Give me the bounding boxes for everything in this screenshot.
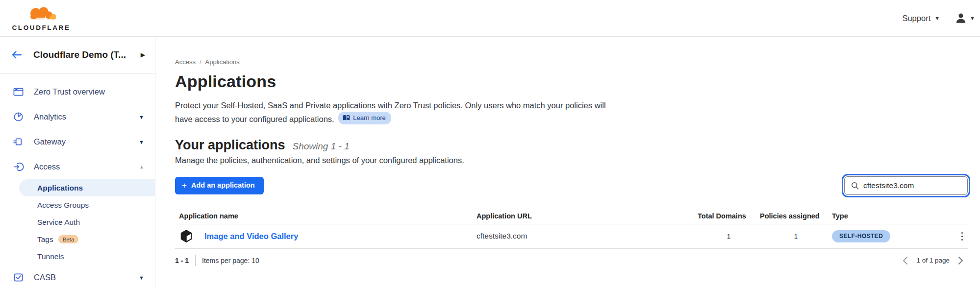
page-indicator: 1 of 1 page [916,257,950,264]
breadcrumb-applications[interactable]: Applications [205,58,240,66]
plus-icon: + [182,181,187,190]
sidebar-item-tags[interactable]: Tags Beta [0,231,155,248]
applications-table: Application name Application URL Total D… [175,209,968,249]
sidebar-item-applications[interactable]: Applications [19,179,155,196]
main-content: Access / Applications Applications Prote… [155,37,980,288]
application-url: cftestsite3.com [474,232,698,240]
chevron-up-icon: ▲ [139,164,144,169]
sidebar-item-service-auth[interactable]: Service Auth [0,214,155,231]
pagination-left: 1 - 1 Items per page: 10 [175,255,259,266]
sidebar-item-casb[interactable]: CASB ▼ [0,265,155,288]
support-menu[interactable]: Support ▼ [902,14,940,23]
cloudflare-cloud-icon [25,5,57,24]
sidebar-item-label: Analytics [34,112,66,121]
showing-count: Showing 1 - 1 [293,141,350,152]
pie-chart-icon [13,111,24,122]
column-header-policies-assigned: Policies assigned [760,212,832,220]
sidebar-item-tunnels[interactable]: Tunnels [0,248,155,265]
topbar-actions: Support ▼ ▼ [902,12,971,24]
overview-window-icon [13,86,24,97]
learn-more-label: Learn more [353,113,385,123]
column-header-total-domains: Total Domains [698,212,760,220]
breadcrumb-separator: / [200,58,201,66]
sidebar-item-label: Service Auth [37,218,80,227]
app-cube-icon [179,229,194,243]
sidebar-item-gateway[interactable]: Gateway ▼ [0,129,155,154]
cloudflare-logo[interactable]: CLOUDFLARE [8,5,75,31]
applications-toolbar: + Add an application [175,176,968,195]
page-title: Applications [175,72,968,91]
search-input[interactable] [844,176,968,195]
page-shell: Cloudflare Demo (T... ▶ Zero Trust overv… [0,37,980,288]
policies-assigned-value: 1 [760,232,832,240]
sidebar-item-analytics[interactable]: Analytics ▼ [0,104,155,129]
support-label: Support [902,14,930,23]
page-description: Protect your Self-Hosted, SaaS and Priva… [175,99,612,125]
items-per-page: Items per page: 10 [202,257,259,264]
pagination-range: 1 - 1 [175,257,189,264]
sidebar-item-label: CASB [34,273,56,282]
book-icon [343,115,350,121]
breadcrumb-access[interactable]: Access [175,58,196,66]
access-login-icon [13,161,24,172]
search-icon [850,181,860,191]
column-header-application-name: Application name [175,212,474,220]
user-account-menu[interactable]: ▼ [955,12,975,24]
column-header-type: Type [832,212,944,220]
pagination-right: 1 of 1 page [902,256,968,265]
top-bar: CLOUDFLARE Support ▼ ▼ [0,0,980,37]
row-actions-kebab-menu[interactable] [956,229,968,244]
add-application-label: Add an application [191,181,255,189]
chevron-down-icon: ▼ [139,275,144,281]
chevron-down-icon: ▼ [970,15,975,21]
sidebar: Cloudflare Demo (T... ▶ Zero Trust overv… [0,37,155,288]
sidebar-item-label: Gateway [34,137,66,146]
sidebar-item-label: Access Groups [37,201,89,210]
sidebar-item-label: Tunnels [37,252,64,261]
beta-badge: Beta [58,235,79,243]
chevron-down-icon: ▼ [934,15,940,21]
breadcrumb: Access / Applications [175,58,968,66]
sidebar-item-label: Tags [37,235,53,244]
table-header-row: Application name Application URL Total D… [175,209,968,224]
account-name: Cloudflare Demo (T... [33,49,141,60]
section-subtitle: Manage the policies, authentication, and… [175,156,968,165]
column-header-application-url: Application URL [474,212,698,220]
previous-page-chevron-icon[interactable] [902,256,908,265]
gateway-icon [13,136,24,147]
sidebar-item-label: Zero Trust overview [34,87,105,96]
sidebar-item-access-groups[interactable]: Access Groups [0,196,155,214]
sidebar-item-label: Access [34,162,60,171]
add-application-button[interactable]: + Add an application [175,177,264,194]
access-submenu: Applications Access Groups Service Auth … [0,179,155,265]
section-title: Your applications [175,138,285,153]
sidebar-item-label: Applications [37,184,83,192]
chevron-down-icon: ▼ [139,139,144,145]
sidebar-item-zero-trust-overview[interactable]: Zero Trust overview [0,79,155,104]
account-selector[interactable]: Cloudflare Demo (T... ▶ [0,37,155,73]
learn-more-link[interactable]: Learn more [338,112,391,125]
person-icon [955,12,967,24]
table-row: Image and Video Gallery cftestsite3.com … [175,224,968,249]
search-box [844,176,968,195]
application-name-link[interactable]: Image and Video Gallery [204,232,298,241]
cloudflare-zero-trust-dashboard: CLOUDFLARE Support ▼ ▼ Cloudfla [0,0,980,288]
next-page-chevron-icon[interactable] [957,256,964,265]
pagination-bar: 1 - 1 Items per page: 10 1 of 1 page [175,255,968,266]
type-badge: SELF-HOSTED [832,230,890,242]
section-header: Your applications Showing 1 - 1 [175,138,968,153]
total-domains-value: 1 [698,232,760,240]
sidebar-nav: Zero Trust overview Analytics ▼ Gateway … [0,73,155,288]
cloudflare-wordmark: CLOUDFLARE [12,24,71,31]
back-arrow-icon[interactable] [11,50,23,60]
casb-check-icon [13,272,24,283]
sidebar-item-access[interactable]: Access ▲ [0,154,155,179]
divider [195,255,196,266]
chevron-right-icon: ▶ [141,51,145,58]
chevron-down-icon: ▼ [139,114,144,120]
